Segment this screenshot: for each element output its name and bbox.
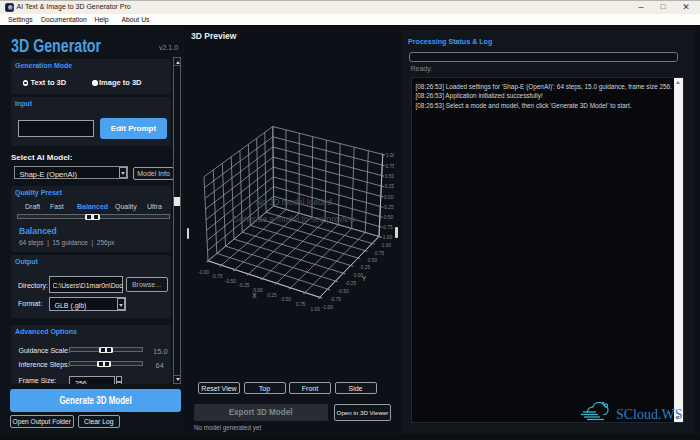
svg-text:-0.25: -0.25 bbox=[345, 281, 356, 286]
svg-text:0.50: 0.50 bbox=[385, 174, 394, 179]
svg-text:0.75: 0.75 bbox=[386, 164, 394, 169]
svg-text:0.25: 0.25 bbox=[361, 265, 371, 270]
svg-text:-1.00: -1.00 bbox=[198, 270, 209, 275]
svg-text:SCloud.WS: SCloud.WS bbox=[616, 407, 683, 422]
svg-text:-0.75: -0.75 bbox=[330, 297, 341, 302]
svg-text:-0.25: -0.25 bbox=[238, 283, 249, 288]
svg-text:0.75: 0.75 bbox=[375, 251, 385, 256]
svg-text:-0.75: -0.75 bbox=[211, 274, 222, 279]
svg-text:-0.50: -0.50 bbox=[225, 279, 236, 284]
svg-text:1.00: 1.00 bbox=[381, 243, 391, 248]
svg-text:0.25: 0.25 bbox=[384, 184, 394, 189]
svg-text:0.50: 0.50 bbox=[368, 258, 378, 263]
svg-text:X: X bbox=[252, 292, 257, 299]
svg-text:0.00: 0.00 bbox=[384, 195, 394, 200]
svg-text:0.25: 0.25 bbox=[267, 293, 277, 298]
svg-text:-0.50: -0.50 bbox=[338, 289, 349, 294]
svg-text:No 3D model loaded: No 3D model loaded bbox=[256, 197, 332, 207]
svg-text:Generate a model to see previe: Generate a model to see preview bbox=[233, 214, 357, 224]
svg-text:0.50: 0.50 bbox=[281, 297, 291, 302]
svg-text:0.75: 0.75 bbox=[296, 302, 306, 307]
svg-text:-0.75: -0.75 bbox=[382, 225, 393, 230]
svg-text:1.00: 1.00 bbox=[310, 307, 320, 312]
svg-text:1.00: 1.00 bbox=[386, 153, 394, 158]
svg-text:-1.00: -1.00 bbox=[381, 235, 392, 240]
svg-text:Y: Y bbox=[362, 275, 367, 282]
svg-text:-0.25: -0.25 bbox=[383, 205, 394, 210]
svg-text:-1.00: -1.00 bbox=[322, 305, 333, 310]
svg-text:-0.50: -0.50 bbox=[382, 215, 393, 220]
